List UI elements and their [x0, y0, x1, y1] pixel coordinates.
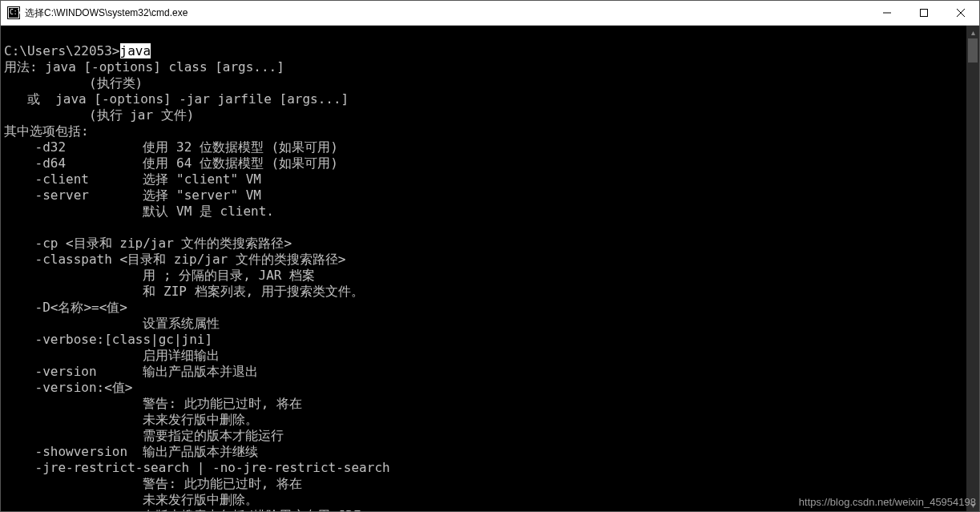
output-line: -verbose:[class|gc|jni]	[4, 332, 212, 347]
output-line: 在版本搜索中包括/排除用户专用 JRE	[4, 508, 361, 511]
maximize-button[interactable]	[905, 1, 942, 26]
output-line: -jre-restrict-search | -no-jre-restrict-…	[4, 460, 390, 475]
output-line: -version 输出产品版本并退出	[4, 364, 258, 379]
scrollbar-track[interactable]	[966, 38, 979, 498]
output-line: 和 ZIP 档案列表, 用于搜索类文件。	[4, 284, 364, 299]
output-line: -D<名称>=<值>	[4, 300, 127, 315]
cmd-icon: C:\	[7, 6, 20, 19]
minimize-button[interactable]	[869, 1, 905, 26]
terminal-client-area[interactable]: C:\Users\22053>java 用法: java [-options] …	[1, 26, 979, 511]
output-line: -server 选择 "server" VM	[4, 187, 261, 203]
close-button[interactable]	[942, 1, 979, 26]
output-line: 警告: 此功能已过时, 将在	[4, 476, 302, 491]
window-title: 选择C:\WINDOWS\system32\cmd.exe	[25, 6, 188, 20]
window-frame: C:\ 选择C:\WINDOWS\system32\cmd.exe C:\Use…	[0, 0, 980, 512]
output-line: 或 java [-options] -jar jarfile [args...]	[4, 91, 349, 107]
output-line: -version:<值>	[4, 380, 133, 395]
svg-rect-5	[921, 10, 928, 17]
terminal-output[interactable]: C:\Users\22053>java 用法: java [-options] …	[1, 26, 979, 511]
output-line: (执行类)	[4, 75, 143, 91]
prompt: C:\Users\22053>	[4, 43, 120, 58]
output-line: 默认 VM 是 client.	[4, 204, 274, 219]
output-line: -classpath <目录和 zip/jar 文件的类搜索路径>	[4, 252, 345, 267]
output-line: 警告: 此功能已过时, 将在	[4, 396, 302, 411]
command-input[interactable]: java	[120, 43, 151, 58]
output-line: 其中选项包括:	[4, 123, 89, 139]
output-line: 需要指定的版本才能运行	[4, 428, 284, 443]
output-line: -d32 使用 32 位数据模型 (如果可用)	[4, 139, 338, 155]
output-line: -d64 使用 64 位数据模型 (如果可用)	[4, 155, 338, 171]
scroll-down-arrow-icon[interactable]: ▾	[966, 498, 979, 511]
output-line: -showversion 输出产品版本并继续	[4, 444, 258, 459]
output-line: 设置系统属性	[4, 316, 220, 331]
vertical-scrollbar[interactable]: ▴ ▾	[966, 26, 979, 511]
output-line: (执行 jar 文件)	[4, 107, 194, 123]
output-line: 未来发行版中删除。	[4, 412, 258, 427]
scroll-up-arrow-icon[interactable]: ▴	[966, 26, 979, 38]
output-line: 未来发行版中删除。	[4, 492, 258, 507]
svg-text:C:\: C:\	[10, 9, 20, 16]
output-line: 用法: java [-options] class [args...]	[4, 59, 284, 75]
output-line: -client 选择 "client" VM	[4, 171, 261, 187]
output-line: 启用详细输出	[4, 348, 220, 363]
scrollbar-thumb[interactable]	[968, 38, 978, 62]
output-line: -cp <目录和 zip/jar 文件的类搜索路径>	[4, 236, 292, 251]
output-line: 用 ; 分隔的目录, JAR 档案	[4, 268, 315, 283]
titlebar[interactable]: C:\ 选择C:\WINDOWS\system32\cmd.exe	[1, 1, 979, 26]
